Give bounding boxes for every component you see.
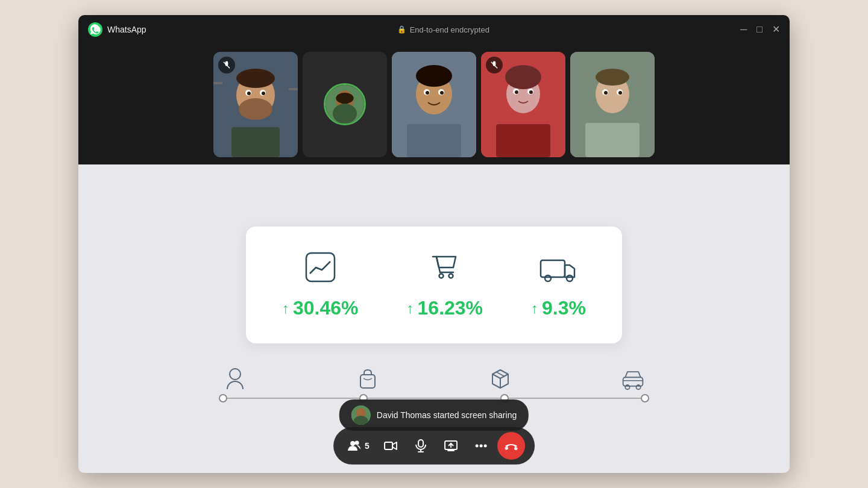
svg-point-27	[505, 65, 541, 89]
end-call-button[interactable]	[497, 432, 525, 460]
svg-point-59	[355, 441, 359, 445]
timeline-icon-car	[621, 368, 645, 390]
svg-rect-60	[385, 442, 392, 449]
svg-rect-32	[496, 124, 550, 157]
title-bar-left: WhatsApp	[88, 22, 146, 37]
svg-rect-10	[213, 82, 222, 84]
video-thumb-1[interactable]	[213, 52, 298, 157]
title-bar: WhatsApp 🔒 End-to-end endcrypted ─ □ ✕	[78, 15, 790, 44]
lock-icon: 🔒	[397, 25, 406, 34]
control-bar: 5	[333, 427, 535, 465]
svg-point-30	[515, 90, 518, 94]
end-call-icon	[504, 442, 518, 450]
metric-block-sales: ↑ 30.46%	[282, 251, 359, 319]
video-icon	[384, 440, 397, 451]
metric-arrow-delivery: ↑	[531, 300, 538, 317]
screen-share-area: ↑ 30.46% ↑ 16.23%	[78, 164, 790, 473]
truck-icon	[538, 251, 579, 287]
svg-rect-49	[360, 375, 375, 388]
mute-badge-4	[486, 57, 503, 74]
whatsapp-logo	[88, 22, 102, 37]
svg-point-58	[350, 441, 355, 446]
timeline-dot-3	[641, 394, 649, 402]
svg-rect-72	[514, 446, 518, 450]
david-avatar-svg	[326, 85, 364, 124]
toast-avatar-svg	[351, 405, 371, 425]
svg-point-22	[426, 91, 429, 95]
share-icon	[444, 440, 458, 451]
metric-value-delivery: ↑ 9.3%	[531, 297, 586, 319]
svg-point-40	[618, 91, 622, 95]
more-icon	[475, 444, 487, 448]
participants-button[interactable]: 5	[343, 432, 374, 460]
metric-arrow-sales: ↑	[282, 300, 289, 317]
svg-rect-71	[505, 446, 509, 450]
minimize-button[interactable]: ─	[740, 25, 747, 34]
more-button[interactable]	[467, 432, 495, 460]
svg-rect-24	[407, 124, 461, 157]
video-thumb-3[interactable]	[392, 52, 476, 157]
encryption-indicator: 🔒 End-to-end endcrypted	[146, 25, 740, 34]
svg-point-7	[247, 92, 251, 95]
video-button[interactable]	[377, 432, 404, 460]
svg-rect-42	[306, 253, 335, 281]
metric-arrow-cart: ↑	[407, 300, 414, 317]
svg-point-3	[239, 98, 272, 120]
timeline-icon-box	[488, 368, 512, 390]
video-thumb-2[interactable]	[303, 52, 387, 157]
participant-face-5	[570, 52, 655, 157]
svg-rect-61	[418, 440, 423, 447]
metrics-card: ↑ 30.46% ↑ 16.23%	[246, 227, 622, 343]
svg-rect-51	[623, 377, 643, 386]
svg-point-8	[262, 92, 265, 95]
svg-rect-9	[231, 127, 280, 157]
mute-badge-1	[218, 57, 235, 74]
svg-point-36	[596, 69, 629, 86]
toast-avatar	[351, 405, 371, 425]
svg-point-15	[333, 104, 357, 124]
app-title: WhatsApp	[107, 25, 146, 34]
svg-point-4	[236, 69, 275, 88]
svg-rect-11	[289, 88, 298, 90]
notification-text: David Thomas started screen sharing	[377, 410, 517, 420]
video-thumb-5[interactable]	[570, 52, 655, 157]
notification-toast: David Thomas started screen sharing	[339, 399, 529, 431]
timeline-icon-bag	[356, 368, 380, 390]
svg-point-43	[439, 274, 444, 278]
svg-point-23	[440, 91, 444, 95]
svg-point-47	[567, 275, 573, 281]
encryption-label: End-to-end endcrypted	[410, 25, 489, 34]
share-button[interactable]	[437, 432, 465, 460]
timeline-track	[223, 398, 645, 399]
svg-point-48	[230, 369, 241, 380]
timeline-icons	[223, 368, 645, 390]
metric-block-cart: ↑ 16.23%	[407, 251, 483, 319]
metric-value-cart: ↑ 16.23%	[407, 297, 483, 319]
timeline-section	[217, 368, 651, 399]
svg-rect-45	[541, 260, 565, 277]
timeline-dot-0	[219, 394, 227, 402]
timeline-icon-person	[223, 368, 247, 390]
metric-value-sales: ↑ 30.46%	[282, 297, 359, 319]
svg-point-70	[483, 445, 486, 448]
mic-button[interactable]	[407, 432, 435, 460]
cart-icon	[428, 251, 461, 287]
svg-rect-41	[585, 123, 640, 157]
svg-point-31	[529, 90, 533, 94]
app-window: WhatsApp 🔒 End-to-end endcrypted ─ □ ✕	[78, 15, 790, 473]
david-avatar	[324, 83, 366, 125]
maximize-button[interactable]: □	[756, 25, 763, 34]
svg-point-39	[604, 91, 608, 95]
svg-point-69	[479, 445, 482, 448]
chart-icon	[304, 251, 337, 287]
close-button[interactable]: ✕	[772, 25, 780, 34]
metric-block-delivery: ↑ 9.3%	[531, 251, 586, 319]
mic-icon	[415, 439, 426, 452]
video-strip	[78, 44, 790, 164]
window-controls: ─ □ ✕	[740, 25, 780, 34]
participant-face-3	[392, 52, 476, 157]
svg-point-16	[336, 93, 353, 104]
video-thumb-4[interactable]	[481, 52, 565, 157]
participants-count: 5	[365, 441, 370, 451]
svg-point-19	[416, 65, 452, 87]
